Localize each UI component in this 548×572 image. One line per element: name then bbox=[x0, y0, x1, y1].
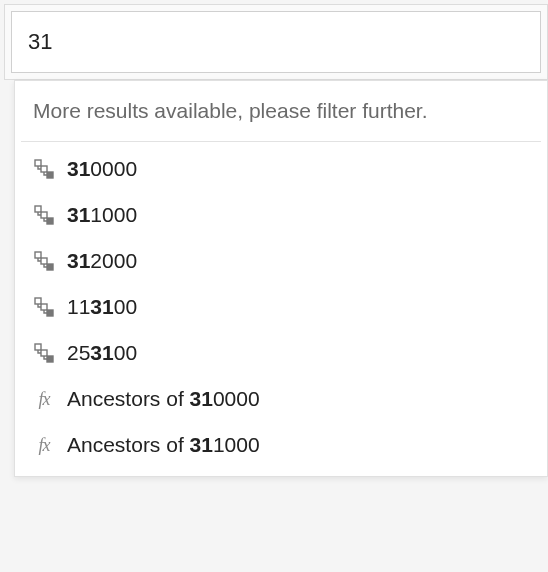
svg-rect-13 bbox=[41, 350, 47, 356]
function-icon: fx bbox=[33, 434, 55, 456]
svg-rect-6 bbox=[35, 252, 41, 258]
suggestion-item[interactable]: 113100 bbox=[15, 284, 547, 330]
hierarchy-icon bbox=[33, 204, 55, 226]
hierarchy-icon bbox=[33, 296, 55, 318]
svg-rect-4 bbox=[41, 212, 47, 218]
suggestion-item[interactable]: 311000 bbox=[15, 192, 547, 238]
divider bbox=[21, 141, 541, 142]
search-input[interactable] bbox=[11, 11, 541, 73]
hierarchy-icon bbox=[33, 158, 55, 180]
suggestion-item[interactable]: fxAncestors of 311000 bbox=[15, 422, 547, 468]
svg-rect-10 bbox=[41, 304, 47, 310]
hierarchy-icon bbox=[33, 342, 55, 364]
suggestion-label: 253100 bbox=[67, 341, 137, 365]
suggestion-label: 311000 bbox=[67, 203, 137, 227]
suggestion-item[interactable]: 312000 bbox=[15, 238, 547, 284]
search-field-frame bbox=[4, 4, 548, 80]
svg-rect-12 bbox=[35, 344, 41, 350]
suggestion-label: Ancestors of 310000 bbox=[67, 387, 260, 411]
svg-rect-8 bbox=[47, 264, 53, 270]
svg-rect-2 bbox=[47, 172, 53, 178]
svg-rect-9 bbox=[35, 298, 41, 304]
autocomplete-dropdown: More results available, please filter fu… bbox=[14, 80, 548, 477]
svg-rect-3 bbox=[35, 206, 41, 212]
more-results-info: More results available, please filter fu… bbox=[15, 81, 547, 141]
suggestion-label: 310000 bbox=[67, 157, 137, 181]
suggestion-item[interactable]: 310000 bbox=[15, 146, 547, 192]
suggestion-item[interactable]: fxAncestors of 310000 bbox=[15, 376, 547, 422]
suggestion-label: Ancestors of 311000 bbox=[67, 433, 260, 457]
suggestion-label: 113100 bbox=[67, 295, 137, 319]
svg-rect-5 bbox=[47, 218, 53, 224]
hierarchy-icon bbox=[33, 250, 55, 272]
function-icon: fx bbox=[33, 388, 55, 410]
suggestion-label: 312000 bbox=[67, 249, 137, 273]
svg-rect-0 bbox=[35, 160, 41, 166]
svg-rect-14 bbox=[47, 356, 53, 362]
svg-rect-7 bbox=[41, 258, 47, 264]
svg-rect-11 bbox=[47, 310, 53, 316]
suggestion-item[interactable]: 253100 bbox=[15, 330, 547, 376]
svg-rect-1 bbox=[41, 166, 47, 172]
